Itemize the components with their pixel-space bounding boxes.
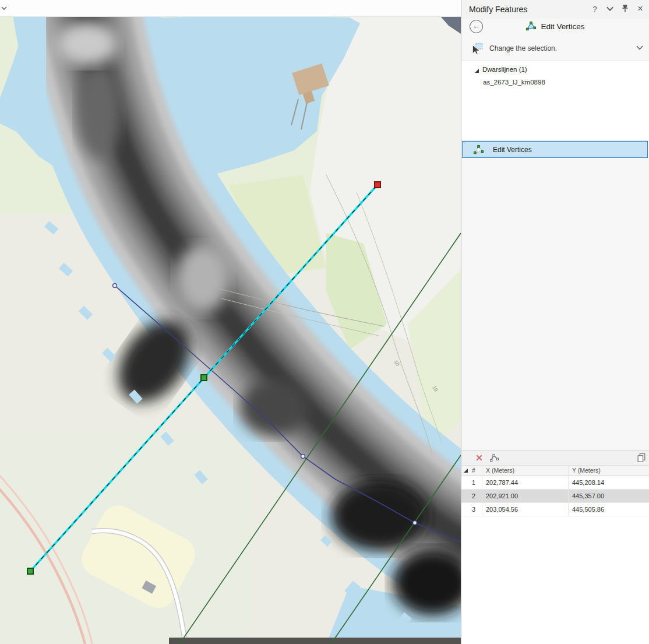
col-header-y[interactable]: Y (Meters) <box>569 466 649 476</box>
edit-vertex-1-green[interactable] <box>27 568 33 574</box>
vertices-table-header: # X (Meters) Y (Meters) <box>461 466 649 476</box>
vertices-table: # X (Meters) Y (Meters) 1 202,787.44 445… <box>461 466 649 516</box>
pin-icon[interactable] <box>620 3 630 14</box>
edit-vertices-tool-icon <box>473 145 484 156</box>
edit-vertices-icon <box>525 21 537 32</box>
col-header-num[interactable]: # <box>470 466 482 476</box>
vertex-2-y[interactable]: 445,357.00 <box>569 490 649 502</box>
navy-vertex-3[interactable] <box>413 521 417 525</box>
modify-features-pane: Modify Features ? × ← <box>461 0 649 644</box>
navy-vertex-1[interactable] <box>113 284 117 288</box>
vertices-toolbar <box>461 451 649 466</box>
selection-tree: Dwarslijnen (1) as_2673_IJ_km0898 <box>461 61 649 141</box>
edit-vertex-2-green[interactable] <box>201 375 207 381</box>
vertex-1-num: 1 <box>470 476 482 489</box>
tree-item-feature[interactable]: as_2673_IJ_km0898 <box>461 78 649 88</box>
change-selection-row[interactable]: Change the selection. <box>461 38 649 58</box>
edit-vertices-tool-label: Edit Vertices <box>493 146 532 154</box>
map-collapse-chevron-icon[interactable] <box>0 4 8 12</box>
vertex-row-2-selected[interactable]: 2 202,921.00 445,357.00 <box>461 490 649 503</box>
selection-chevron-icon[interactable] <box>636 45 643 50</box>
tree-item-label: as_2673_IJ_km0898 <box>483 79 545 86</box>
map-overlay-bar <box>0 0 461 17</box>
vertices-table-block: # X (Meters) Y (Meters) 1 202,787.44 445… <box>461 450 649 644</box>
edit-vertices-tool-button[interactable]: Edit Vertices <box>462 141 648 158</box>
edit-vertex-3-red-endpoint[interactable] <box>375 182 380 188</box>
vertex-3-x[interactable]: 203,054.56 <box>482 503 569 516</box>
vertex-2-num: 2 <box>470 490 482 502</box>
tool-title-label: Edit Vertices <box>541 22 584 31</box>
pane-header: Modify Features ? × <box>461 0 649 19</box>
vertex-1-y[interactable]: 445,208.14 <box>569 476 649 489</box>
vertex-row-3[interactable]: 3 203,054.56 445,505.86 <box>461 503 649 516</box>
tree-expanded-icon[interactable] <box>474 68 479 73</box>
header-expander[interactable] <box>461 466 470 476</box>
tool-header-row: ← Edit Vertices <box>461 19 649 36</box>
copy-icon[interactable] <box>637 453 647 463</box>
map-view[interactable]: 10 10 <box>0 0 461 644</box>
tree-group-label: Dwarslijnen (1) <box>482 66 527 73</box>
change-selection-label: Change the selection. <box>489 44 557 52</box>
pane-menu-chevron-icon[interactable] <box>605 3 615 14</box>
vertex-2-x[interactable]: 202,921.00 <box>482 490 569 502</box>
select-cursor-icon <box>471 42 484 55</box>
vertex-row-1[interactable]: 1 202,787.44 445,208.14 <box>461 476 649 490</box>
help-icon[interactable]: ? <box>590 3 600 14</box>
vertex-1-x[interactable]: 202,787.44 <box>482 476 569 489</box>
vertex-3-num: 3 <box>470 503 482 516</box>
tree-group-dwarslijnen[interactable]: Dwarslijnen (1) <box>461 61 649 78</box>
col-header-x[interactable]: X (Meters) <box>482 466 569 476</box>
map-canvas[interactable]: 10 10 <box>0 0 461 644</box>
road-dark-bottom <box>169 638 461 644</box>
arcgis-pro-window: 10 10 <box>0 0 649 644</box>
table-expanded-icon[interactable] <box>463 468 468 473</box>
sketch-vertices-icon[interactable] <box>489 453 499 463</box>
navy-vertex-2[interactable] <box>301 455 305 459</box>
delete-vertex-icon[interactable] <box>474 453 484 463</box>
vertex-3-y[interactable]: 445,505.86 <box>569 503 649 516</box>
pane-title: Modify Features <box>469 5 527 14</box>
close-icon[interactable]: × <box>635 3 646 14</box>
